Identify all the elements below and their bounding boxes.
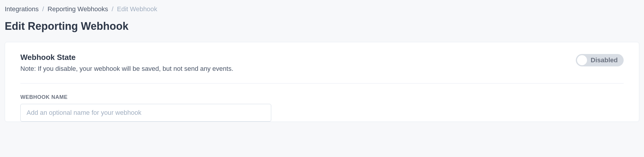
- webhook-name-field: WEBHOOK NAME: [20, 94, 624, 122]
- webhook-name-label: WEBHOOK NAME: [20, 94, 624, 100]
- webhook-state-toggle[interactable]: Disabled: [576, 54, 624, 66]
- webhook-state-heading: Webhook State: [20, 53, 233, 62]
- webhook-form-card: Webhook State Note: If you disable, your…: [5, 42, 639, 122]
- divider: [20, 83, 624, 84]
- webhook-state-row: Webhook State Note: If you disable, your…: [20, 53, 624, 73]
- breadcrumb-separator: /: [112, 5, 113, 13]
- webhook-state-note: Note: If you disable, your webhook will …: [20, 65, 233, 73]
- breadcrumb-link-integrations[interactable]: Integrations: [5, 5, 39, 13]
- breadcrumb: Integrations / Reporting Webhooks / Edit…: [5, 5, 639, 13]
- page-title: Edit Reporting Webhook: [5, 20, 639, 32]
- breadcrumb-separator: /: [42, 5, 44, 13]
- toggle-knob-icon: [577, 55, 587, 65]
- breadcrumb-current: Edit Webhook: [117, 5, 157, 13]
- breadcrumb-link-reporting-webhooks[interactable]: Reporting Webhooks: [48, 5, 108, 13]
- toggle-label: Disabled: [591, 56, 618, 64]
- webhook-name-input[interactable]: [20, 104, 271, 122]
- webhook-state-text: Webhook State Note: If you disable, your…: [20, 53, 233, 73]
